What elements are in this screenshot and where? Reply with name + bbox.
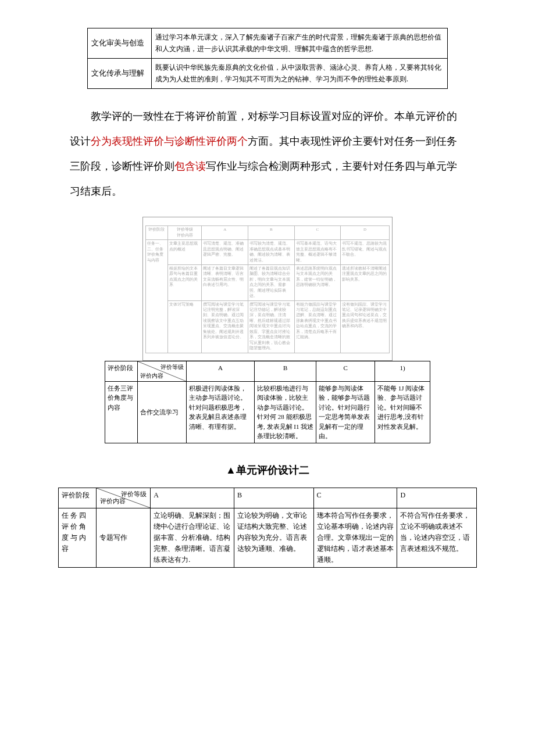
hdr-d: D [397,488,477,508]
hdr-c: C [313,488,397,508]
cell-b: 立论较为明确，文审论证结构大致完整、论述内容较为充分。语言表达较为通顺、准确。 [234,508,313,568]
objective-desc: 既要认识中华民族先秦原典的文化价值，从中汲取营养、涵泳心灵、养育人格，又要将其转… [152,58,448,88]
objective-label: 文化传承与理解 [88,58,152,88]
cell-content: 专题写作 [96,508,150,568]
hdr-stage: 评价阶段 [59,488,97,508]
cell-stage: 任务三评价角度与内容 [105,381,138,443]
img-cell: 书写清楚、规范、准确且思想观点明确、阐述逻辑严密、完整。 [202,240,248,265]
img-stage: 任务一、二、任务评价角度与内容 [146,240,168,353]
cell-content: 合作交流学习 [137,381,186,443]
img-cell: 没有做到跟踪、课堂学习笔记、记录逻辑明确文中重点词句和论述要点，交换后提煌系表述… [341,300,390,353]
hdr-stage: 评价阶段 [105,361,138,381]
hdr-b: B [234,488,313,508]
img-cell: 书写基本规范、语句大致主要思想观点略有不完整、概述逻辑不够清晰。 [294,240,341,265]
section-heading: ▲单元评价设计二 [47,463,488,477]
table-row: 文化传承与理解 既要认识中华民族先秦原典的文化价值，从中汲取营养、涵泳心灵、养育… [88,58,448,88]
img-cell: 撰写阅读与课堂学习笔记注明完整，解读深刻、要点明确。通过阅读观察该文中重点互动呈… [202,300,248,353]
cell-c: 能够参与阅读体验，能够参与话题讨论。针对问题行一定思考简单发表见解有一定的理由。 [316,381,375,443]
para-text: 写作业与综合 [206,160,269,172]
cell-d: 不能每 1J 阅读体验、参与话题讨论。针对间睡不进行思考,没有针对性发表见解。 [374,381,430,443]
hdr-b: B [255,361,316,381]
table-row: 任 务 四评 价 角度 与 内容 专题写作 立论明确、见解深刻；围绕中心进行合理… [59,508,477,568]
img-hdr: D [341,226,390,240]
img-cell: 阐述了各篇目文章逻辑清晰、表明清晰、语言文采流畅有层次性、明白表述引用均。 [202,264,248,300]
img-cell: 表述思路系统明白观点与文本观点之间的关系，建管一特征明确，思路明确较为清晰。 [294,264,341,300]
task4-rubric-table: 评价阶段 评价等级 评价内容 A B C D 任 务 四评 价 角度 与 内容 … [58,488,477,568]
img-cell: 撰写阅读与课堂学习笔记注功德记，解读较深，要点明确。注清晰、然后建标规通过部阅读… [248,300,294,353]
img-cell: 有能力做跟踪与课堂学习笔记，总能适划重点进解、要点清晰。通过形象表绣现文中重点书… [294,300,341,353]
cell-c: 璁本符合写作任务要求，立论基本明确，论述内容合理。文章体现出一定的逻辑结构，语才… [313,508,397,568]
img-cell: 书写不规范、思路较为混乱书写错讹、阐述与观点不吻合。 [341,240,390,265]
hdr-grade: 评价等级 [160,363,184,371]
objective-label: 文化审美与创造 [88,28,152,59]
table-row: 任务三评价角度与内容 合作交流学习 积极进行阅读体脸，主动参与话题讨论。针对问题… [105,381,430,443]
cell-b: 比较积极地进行与阅读体验，比较主动参与话题讨论。针对何 28 能积极思考, 发表… [255,381,316,443]
img-cell: 透述所读教材不清晰阐述注重观点文章的思之间的影响关系。 [341,264,390,300]
img-content: 根据所给的文本原句与各篇目重点观点之间的关系 [167,264,202,300]
hdr-content: 评价内容 [100,496,126,507]
img-hdr: A [202,226,248,240]
rubric-image-upper: 评价阶段 评价等级评价内容 A B C D 任务一、二、任务评价角度与内容 文章… [142,217,393,360]
para-text-highlight: 分为表现性评价与诊断性评价两个 [91,135,248,147]
hdr-d: 1) [374,361,430,381]
img-cell: 书写较为清楚、规范、准确思想观点成基本明确、阐述较为清晰、表述简洁。 [248,240,294,265]
hdr-a: A [186,361,254,381]
cell-d: 不符合写作任务要求，立论不明确或表述不当，论述内容空泛，语言表述粗浅不规范。 [397,508,477,568]
img-hdr: 评价等级评价内容 [167,226,202,240]
cell-a: 立论明确、见解深刻；围绕中心进行合理论证、论据丰富、分析准确。结构完整、条理清晰… [151,508,234,568]
img-content: 文体讨写策略 [167,300,202,353]
objectives-table: 文化审美与创造 通过学习本单元课文，深入了解先秦诸子百家产生的时代背景，理解先秦… [87,28,448,89]
img-hdr: B [248,226,294,240]
cell-a: 积极进行阅读体脸，主动参与话题讨论。针对问题积极思考，发表见解且表述条理清晰、有… [186,381,254,443]
table-row: 文化审美与创造 通过学习本单元课文，深入了解先秦诸子百家产生的时代背景，理解先秦… [88,28,448,59]
img-hdr: 评价阶段 [146,226,168,240]
hdr-c: C [316,361,375,381]
objective-desc: 通过学习本单元课文，深入了解先秦诸子百家产生的时代背景，理解先秦诸于原典的思想价… [152,28,448,59]
img-cell: 阐述了各篇目观点知识脑图、较为清晰综合分析，明白文章与文本观点之间的关系、需参照… [248,264,294,300]
cell-stage: 任 务 四评 价 角度 与 内容 [59,508,97,568]
img-content: 文章主要思想观点的概述 [167,240,202,265]
table-header-row: 评价阶段 评价等级 评价内容 A B C 1) [105,361,430,381]
body-paragraph: 教学评的一致性在于将评价前置，对标学习目标设置对应的评价。本单元评价的设计分为表… [70,104,465,205]
hdr-content: 评价内容 [140,371,163,380]
hdr-diagonal: 评价等级 评价内容 [137,361,186,381]
hdr-diagonal: 评价等级 评价内容 [96,488,150,508]
para-text-highlight: 包含读 [174,160,206,172]
hdr-a: A [151,488,234,508]
img-hdr: C [294,226,341,240]
task3-rubric-table: 评价阶段 评价等级 评价内容 A B C 1) 任务三评价角度与内容 合作交流学… [105,361,430,443]
table-header-row: 评价阶段 评价等级 评价内容 A B C D [59,488,477,508]
